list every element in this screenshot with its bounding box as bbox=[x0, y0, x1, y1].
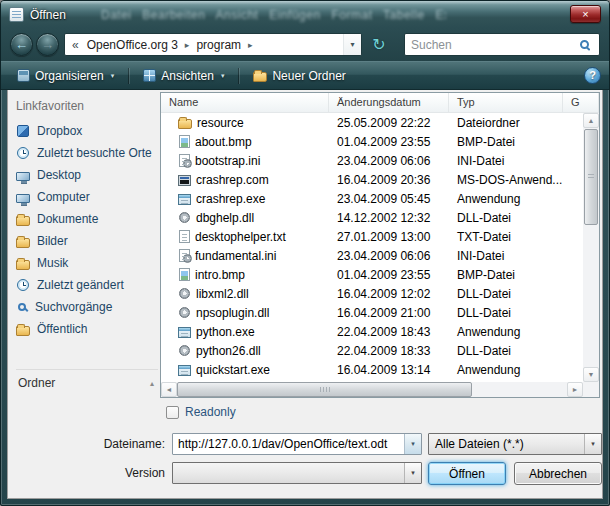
sidebar: Linkfavoriten Dropbox Zuletzt besuchte O… bbox=[8, 92, 160, 398]
file-date: 25.05.2009 22:22 bbox=[329, 116, 449, 130]
version-label: Version bbox=[8, 462, 165, 484]
file-row[interactable]: dbghelp.dll 14.12.2002 12:32 DLL-Datei bbox=[161, 208, 583, 227]
music-folder-icon bbox=[16, 260, 30, 270]
file-row[interactable]: crashrep.com 16.04.2009 20:36 MS-DOS-Anw… bbox=[161, 170, 583, 189]
folders-label: Ordner bbox=[18, 376, 55, 390]
file-row[interactable]: quickstart.exe 16.04.2009 13:14 Anwendun… bbox=[161, 360, 583, 379]
sidebar-item-recent-places[interactable]: Zuletzt besuchte Orte bbox=[16, 142, 158, 164]
sidebar-item-searches[interactable]: Suchvorgänge bbox=[16, 296, 158, 318]
background-window-ghost-text: Datei Bearbeiten Ansicht Einfügen Format… bbox=[101, 8, 446, 22]
vertical-scrollbar[interactable]: ▲ ▼ bbox=[583, 113, 599, 382]
address-dropdown-button[interactable]: ▾ bbox=[343, 34, 361, 55]
chevron-down-icon: ▾ bbox=[591, 440, 595, 448]
filename-dropdown-button[interactable]: ▾ bbox=[404, 434, 421, 454]
breadcrumb-item-program[interactable]: program bbox=[193, 38, 244, 52]
chevron-down-icon: ▾ bbox=[411, 440, 415, 448]
file-row[interactable]: python.exe 22.04.2009 18:43 Anwendung bbox=[161, 322, 583, 341]
sidebar-item-label: Suchvorgänge bbox=[35, 300, 112, 314]
search-box[interactable] bbox=[404, 33, 600, 56]
file-type: Dateiordner bbox=[449, 116, 563, 130]
favorites-header: Linkfavoriten bbox=[16, 94, 158, 120]
breadcrumb-item-openoffice[interactable]: OpenOffice.org 3 bbox=[84, 38, 181, 52]
chevron-right-icon[interactable]: ▸ bbox=[244, 40, 257, 50]
breadcrumb-overflow-chevron[interactable]: « bbox=[65, 38, 84, 52]
arrow-down-icon: ▼ bbox=[588, 371, 595, 378]
file-row[interactable]: npsoplugin.dll 16.04.2009 21:00 DLL-Date… bbox=[161, 303, 583, 322]
file-name-cell: python.exe bbox=[161, 325, 329, 339]
back-button[interactable]: ← bbox=[10, 33, 33, 56]
file-name-cell: quickstart.exe bbox=[161, 363, 329, 377]
readonly-label[interactable]: Readonly bbox=[185, 405, 236, 419]
scroll-up-button[interactable]: ▲ bbox=[583, 113, 599, 128]
scroll-left-button[interactable]: ◄ bbox=[161, 382, 177, 397]
views-button[interactable]: Ansichten ▾ bbox=[135, 66, 232, 86]
horizontal-scrollbar[interactable]: ◄ ► bbox=[161, 382, 583, 397]
chevron-right-icon[interactable]: ▸ bbox=[181, 40, 194, 50]
filetype-combobox[interactable]: Alle Dateien (*.*) ▾ bbox=[428, 433, 602, 455]
open-file-dialog: Öffnen Datei Bearbeiten Ansicht Einfügen… bbox=[0, 0, 610, 506]
file-row[interactable]: about.bmp 01.04.2009 23:55 BMP-Datei bbox=[161, 132, 583, 151]
file-date: 16.04.2009 13:14 bbox=[329, 363, 449, 377]
file-row[interactable]: desktophelper.txt 27.01.2009 13:00 TXT-D… bbox=[161, 227, 583, 246]
file-name-cell: about.bmp bbox=[161, 135, 329, 149]
column-headers: Name Änderungsdatum Typ G bbox=[161, 93, 599, 113]
new-folder-button[interactable]: Neuer Ordner bbox=[245, 66, 353, 86]
file-type: Anwendung bbox=[449, 192, 563, 206]
search-icon bbox=[18, 303, 26, 311]
scroll-down-button[interactable]: ▼ bbox=[583, 367, 599, 382]
file-row[interactable]: libxml2.dll 16.04.2009 12:02 DLL-Datei bbox=[161, 284, 583, 303]
scroll-right-button[interactable]: ► bbox=[567, 382, 583, 397]
organize-button[interactable]: Organisieren ▾ bbox=[9, 66, 122, 86]
column-header-name[interactable]: Name bbox=[161, 93, 329, 112]
file-row[interactable]: resource 25.05.2009 22:22 Dateiordner bbox=[161, 113, 583, 132]
sidebar-item-recently-changed[interactable]: Zuletzt geändert bbox=[16, 274, 158, 296]
cancel-button[interactable]: Abbrechen bbox=[514, 462, 602, 485]
arrow-up-icon: ▲ bbox=[588, 117, 595, 124]
close-button[interactable]: × bbox=[570, 5, 601, 23]
open-button[interactable]: Öffnen bbox=[428, 462, 506, 485]
file-row[interactable]: fundamental.ini 23.04.2009 06:06 INI-Dat… bbox=[161, 246, 583, 265]
file-name: resource bbox=[197, 116, 244, 130]
version-dropdown-button[interactable]: ▾ bbox=[404, 463, 421, 483]
sidebar-item-label: Desktop bbox=[37, 168, 81, 182]
file-name: fundamental.ini bbox=[195, 249, 276, 263]
help-button[interactable]: ? bbox=[584, 67, 601, 84]
file-date: 23.04.2009 05:45 bbox=[329, 192, 449, 206]
sidebar-item-documents[interactable]: Dokumente bbox=[16, 208, 158, 230]
folders-pane-toggle[interactable]: Ordner ▴ bbox=[16, 369, 158, 396]
search-input[interactable] bbox=[407, 38, 580, 52]
column-header-size[interactable]: G bbox=[563, 93, 599, 112]
arrow-left-icon: ◄ bbox=[166, 386, 173, 393]
filename-combobox[interactable]: ▾ bbox=[172, 433, 422, 455]
file-row[interactable]: intro.bmp 01.04.2009 23:55 BMP-Datei bbox=[161, 265, 583, 284]
version-combobox[interactable]: ▾ bbox=[172, 462, 422, 484]
forward-button[interactable]: → bbox=[36, 33, 59, 56]
column-header-date[interactable]: Änderungsdatum bbox=[329, 93, 449, 112]
version-value bbox=[173, 463, 404, 483]
vertical-scroll-thumb[interactable] bbox=[584, 129, 598, 225]
chevron-up-icon: ▴ bbox=[150, 379, 154, 388]
sidebar-item-computer[interactable]: Computer bbox=[16, 186, 158, 208]
column-header-type[interactable]: Typ bbox=[449, 93, 563, 112]
sidebar-item-desktop[interactable]: Desktop bbox=[16, 164, 158, 186]
titlebar[interactable]: Öffnen Datei Bearbeiten Ansicht Einfügen… bbox=[1, 1, 609, 28]
sidebar-item-dropbox[interactable]: Dropbox bbox=[16, 120, 158, 142]
file-date: 23.04.2009 06:06 bbox=[329, 154, 449, 168]
file-row[interactable]: python26.dll 22.04.2009 18:33 DLL-Datei bbox=[161, 341, 583, 360]
file-row[interactable]: crashrep.exe 23.04.2009 05:45 Anwendung bbox=[161, 189, 583, 208]
address-breadcrumb-bar[interactable]: « OpenOffice.org 3 ▸ program ▸ ▾ bbox=[64, 33, 362, 56]
application-icon bbox=[178, 327, 191, 338]
sidebar-item-public[interactable]: Öffentlich bbox=[16, 318, 158, 340]
filetype-dropdown-button[interactable]: ▾ bbox=[584, 434, 601, 454]
file-row[interactable]: bootstrap.ini 23.04.2009 06:06 INI-Datei bbox=[161, 151, 583, 170]
sidebar-item-label: Zuletzt geändert bbox=[37, 278, 124, 292]
filename-input[interactable] bbox=[173, 434, 404, 454]
sidebar-item-music[interactable]: Musik bbox=[16, 252, 158, 274]
sidebar-item-pictures[interactable]: Bilder bbox=[16, 230, 158, 252]
file-browser: Linkfavoriten Dropbox Zuletzt besuchte O… bbox=[8, 90, 602, 398]
horizontal-scroll-thumb[interactable] bbox=[177, 382, 472, 397]
file-date: 22.04.2009 18:43 bbox=[329, 325, 449, 339]
readonly-checkbox[interactable] bbox=[166, 406, 179, 419]
refresh-button[interactable]: ↻ bbox=[367, 33, 391, 56]
file-date: 23.04.2009 06:06 bbox=[329, 249, 449, 263]
